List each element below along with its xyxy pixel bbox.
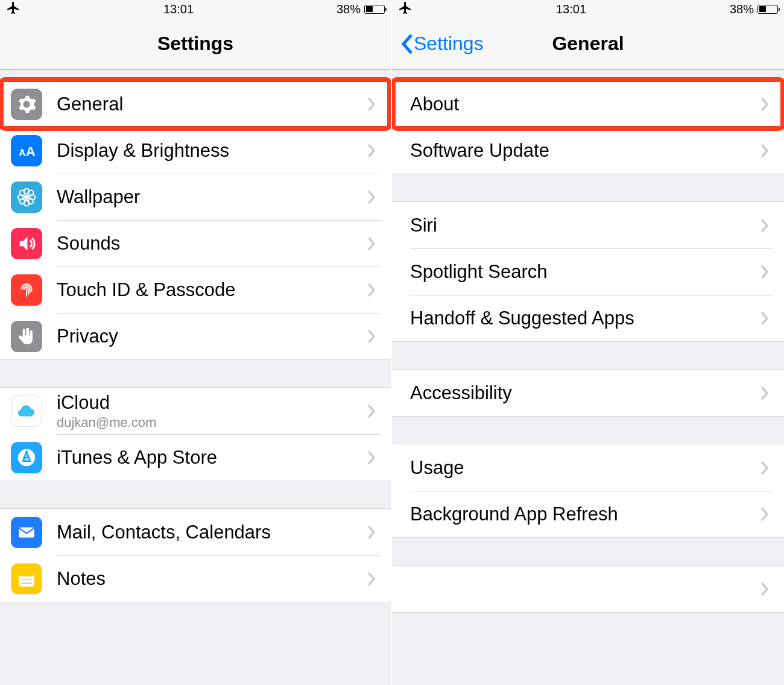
chevron-right-icon xyxy=(367,571,376,587)
row-wallpaper[interactable]: Wallpaper xyxy=(0,174,391,220)
speaker-icon xyxy=(11,228,42,259)
row-software-update[interactable]: Software Update xyxy=(392,127,784,174)
svg-rect-14 xyxy=(19,571,34,576)
airplane-mode-icon xyxy=(6,1,21,18)
settings-screen: 13:01 38% Settings GeneralAADisplay & Br… xyxy=(0,0,392,685)
row-siri[interactable]: Siri xyxy=(392,202,784,248)
row-label: Usage xyxy=(410,457,464,479)
row-label: General xyxy=(57,93,123,115)
chevron-right-icon xyxy=(367,329,376,344)
mail-icon xyxy=(11,517,42,548)
row-general[interactable]: General xyxy=(0,81,391,127)
settings-group: Mail, Contacts, CalendarsNotes xyxy=(0,508,391,602)
nav-bar: Settings General xyxy=(392,18,784,70)
row-label: iCloud xyxy=(57,392,156,414)
chevron-right-icon xyxy=(367,282,376,298)
svg-rect-12 xyxy=(19,527,34,537)
hand-icon xyxy=(11,321,42,352)
airplane-mode-icon xyxy=(398,1,413,18)
settings-list: GeneralAADisplay & BrightnessWallpaperSo… xyxy=(0,81,391,602)
gear-icon xyxy=(11,89,42,120)
svg-point-2 xyxy=(24,194,30,200)
svg-text:A: A xyxy=(26,143,36,159)
row-background-app-refresh[interactable]: Background App Refresh xyxy=(392,491,784,537)
general-screen: 13:01 38% Settings General AboutSoftware… xyxy=(392,0,784,685)
general-list: AboutSoftware UpdateSiriSpotlight Search… xyxy=(392,81,784,613)
row-label: Background App Refresh xyxy=(410,503,618,525)
row-label: Notes xyxy=(57,568,106,590)
status-bar: 13:01 38% xyxy=(0,0,391,18)
row-notes[interactable]: Notes xyxy=(0,555,391,602)
page-title: General xyxy=(552,33,624,55)
chevron-right-icon xyxy=(367,236,376,251)
status-time: 13:01 xyxy=(556,2,586,16)
settings-group: SiriSpotlight SearchHandoff & Suggested … xyxy=(392,201,784,342)
flower-icon xyxy=(11,182,42,213)
chevron-right-icon xyxy=(760,460,770,476)
row-label: Accessibility xyxy=(410,382,512,404)
chevron-right-icon xyxy=(760,311,770,326)
settings-group: iClouddujkan@me.comiTunes & App Store xyxy=(0,387,391,481)
battery-icon xyxy=(364,5,385,14)
chevron-right-icon xyxy=(367,143,376,159)
status-bar: 13:01 38% xyxy=(392,0,784,18)
status-time: 13:01 xyxy=(163,2,194,16)
textsize-icon: AA xyxy=(11,135,42,166)
row-display-brightness[interactable]: AADisplay & Brightness xyxy=(0,127,391,174)
row-privacy[interactable]: Privacy xyxy=(0,313,391,359)
row-label: Mail, Contacts, Calendars xyxy=(57,522,271,543)
chevron-right-icon xyxy=(760,218,770,233)
row-label: Privacy xyxy=(57,326,118,347)
page-title: Settings xyxy=(157,33,233,55)
row-touch-id-passcode[interactable]: Touch ID & Passcode xyxy=(0,267,391,313)
row-handoff-suggested-apps[interactable]: Handoff & Suggested Apps xyxy=(392,295,784,341)
row-label: Software Update xyxy=(410,140,549,162)
settings-group xyxy=(392,565,784,613)
settings-group: Accessibility xyxy=(392,369,784,417)
battery-icon xyxy=(757,5,778,14)
chevron-right-icon xyxy=(760,581,770,597)
row-label: Wallpaper xyxy=(57,186,140,208)
chevron-right-icon xyxy=(367,525,376,540)
row-item[interactable] xyxy=(392,566,784,612)
fingerprint-icon xyxy=(11,274,42,306)
row-label: Spotlight Search xyxy=(410,261,547,283)
back-button-label: Settings xyxy=(414,33,484,55)
appstore-icon xyxy=(11,442,42,473)
back-button[interactable]: Settings xyxy=(400,33,484,55)
battery-percentage: 38% xyxy=(337,2,361,16)
row-usage[interactable]: Usage xyxy=(392,444,784,491)
chevron-right-icon xyxy=(760,507,770,522)
settings-group: GeneralAADisplay & BrightnessWallpaperSo… xyxy=(0,81,391,360)
chevron-right-icon xyxy=(760,96,770,112)
chevron-right-icon xyxy=(760,143,770,159)
battery-percentage: 38% xyxy=(730,2,754,16)
chevron-right-icon xyxy=(367,403,376,419)
chevron-right-icon xyxy=(760,385,770,401)
row-mail-contacts-calendars[interactable]: Mail, Contacts, Calendars xyxy=(0,509,391,555)
row-label: Sounds xyxy=(57,233,120,254)
notes-icon xyxy=(11,563,42,595)
svg-text:A: A xyxy=(19,147,25,157)
row-label: iTunes & App Store xyxy=(57,447,217,469)
chevron-right-icon xyxy=(760,264,770,280)
row-icloud[interactable]: iClouddujkan@me.com xyxy=(0,388,391,434)
row-accessibility[interactable]: Accessibility xyxy=(392,370,784,416)
row-label: Touch ID & Passcode xyxy=(57,279,235,301)
row-sounds[interactable]: Sounds xyxy=(0,220,391,267)
chevron-right-icon xyxy=(367,189,376,205)
row-itunes-app-store[interactable]: iTunes & App Store xyxy=(0,434,391,481)
row-spotlight-search[interactable]: Spotlight Search xyxy=(392,248,784,295)
row-label: About xyxy=(410,93,459,115)
cloud-icon xyxy=(11,396,42,427)
chevron-right-icon xyxy=(367,450,376,466)
row-label: Handoff & Suggested Apps xyxy=(410,308,634,329)
nav-bar: Settings xyxy=(0,18,391,70)
chevron-right-icon xyxy=(367,96,376,112)
row-label: Siri xyxy=(410,215,437,236)
settings-group: AboutSoftware Update xyxy=(392,81,784,174)
row-about[interactable]: About xyxy=(392,81,784,127)
row-label: Display & Brightness xyxy=(57,140,229,162)
settings-group: UsageBackground App Refresh xyxy=(392,444,784,538)
row-sublabel: dujkan@me.com xyxy=(57,415,156,431)
